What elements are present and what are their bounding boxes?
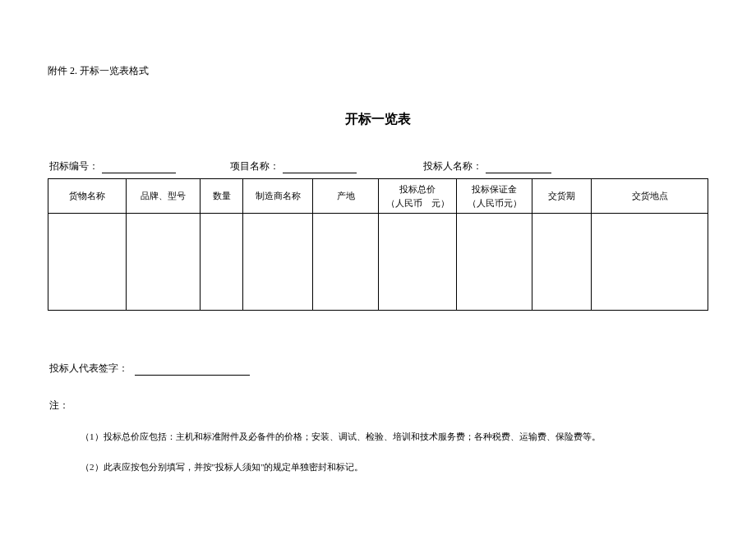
signature-row: 投标人代表签字： (48, 362, 708, 376)
field-project-name: 项目名称： (230, 159, 423, 173)
th-deposit-l1: 投标保证金 (472, 184, 517, 194)
notes-label: 注： (48, 399, 708, 413)
bid-table: 货物名称 品牌、型号 数量 制造商名称 产地 投标总价 （人民币 元） 投标保证… (48, 178, 708, 311)
note-1: （1）投标总价应包括：主机和标准附件及必备件的价格；安装、调试、检验、培训和技术… (48, 431, 708, 443)
th-delivery-place: 交货地点 (592, 179, 708, 214)
page-title: 开标一览表 (48, 111, 708, 128)
th-goods-name: 货物名称 (48, 179, 127, 214)
th-total-price: 投标总价 （人民币 元） (379, 179, 457, 214)
signature-blank (135, 364, 250, 376)
field-bidder-name: 投标人名称： (423, 159, 708, 173)
bidder-name-label: 投标人名称： (423, 159, 482, 173)
cell-manufacturer (243, 214, 313, 311)
th-brand-model: 品牌、型号 (127, 179, 201, 214)
note-2: （2）此表应按包分别填写，并按"投标人须知"的规定单独密封和标记。 (48, 461, 708, 473)
th-deposit-l2: （人民币元） (468, 198, 522, 208)
attachment-label: 附件 2. 开标一览表格式 (48, 64, 708, 78)
table-row (48, 214, 708, 311)
bid-no-label: 招标编号： (49, 159, 99, 173)
cell-goods-name (48, 214, 127, 311)
bidder-name-blank (486, 162, 551, 173)
field-bid-no: 招标编号： (49, 159, 230, 173)
th-total-price-l2: （人民币 元） (386, 198, 449, 208)
cell-brand-model (127, 214, 201, 311)
th-total-price-l1: 投标总价 (399, 184, 436, 194)
cell-delivery-period (532, 214, 592, 311)
cell-total-price (379, 214, 457, 311)
th-deposit: 投标保证金 （人民币元） (457, 179, 532, 214)
cell-quantity (201, 214, 243, 311)
cell-origin (313, 214, 379, 311)
signature-label: 投标人代表签字： (49, 362, 128, 376)
th-quantity: 数量 (201, 179, 243, 214)
cell-delivery-place (592, 214, 708, 311)
fields-row: 招标编号： 项目名称： 投标人名称： (48, 159, 708, 173)
cell-deposit (457, 214, 532, 311)
th-origin: 产地 (313, 179, 379, 214)
bid-no-blank (102, 162, 176, 173)
project-name-label: 项目名称： (230, 159, 279, 173)
th-manufacturer: 制造商名称 (243, 179, 313, 214)
table-header-row: 货物名称 品牌、型号 数量 制造商名称 产地 投标总价 （人民币 元） 投标保证… (48, 179, 708, 214)
project-name-blank (283, 162, 357, 173)
th-delivery-period: 交货期 (532, 179, 592, 214)
